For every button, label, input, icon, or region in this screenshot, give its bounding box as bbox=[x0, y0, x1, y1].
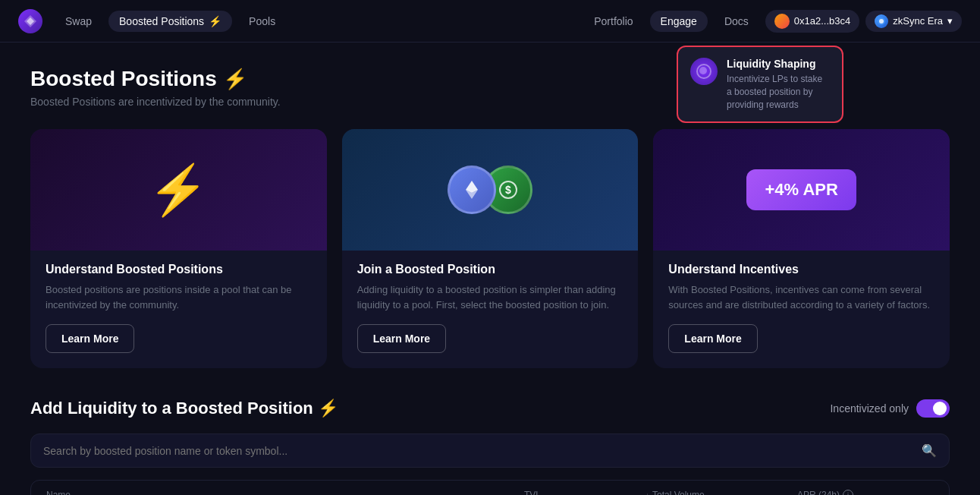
section-title: Add Liquidity to a Boosted Position ⚡ bbox=[30, 399, 338, 418]
add-liquidity-section: Add Liquidity to a Boosted Position ⚡ In… bbox=[30, 399, 950, 495]
network-button[interactable]: zkSync Era ▾ bbox=[865, 11, 962, 32]
lightning-bolt-icon: ⚡ bbox=[148, 162, 209, 219]
cards-row: ⚡ Understand Boosted Positions Boosted p… bbox=[30, 129, 950, 368]
nav-right-section: Portfolio Engage Docs 0x1a2...b3c4 zkSyn… bbox=[583, 10, 962, 33]
section-header: Add Liquidity to a Boosted Position ⚡ In… bbox=[30, 399, 950, 418]
bolt-icon: ⚡ bbox=[209, 15, 221, 27]
svg-text:$: $ bbox=[505, 184, 511, 196]
search-input[interactable] bbox=[43, 445, 914, 457]
apr-badge: +4% APR bbox=[746, 169, 856, 210]
apr-info-icon[interactable]: i bbox=[843, 490, 853, 495]
nav-swap[interactable]: Swap bbox=[55, 11, 102, 32]
tooltip-orb-icon bbox=[690, 58, 718, 85]
chevron-down-icon: ▾ bbox=[947, 15, 953, 27]
learn-more-button-understand[interactable]: Learn More bbox=[46, 324, 134, 353]
search-icon: 🔍 bbox=[922, 443, 937, 458]
card-image-coins: $ bbox=[342, 129, 639, 251]
svg-point-3 bbox=[879, 19, 884, 24]
network-logo-icon bbox=[875, 14, 888, 28]
eth-coin-icon bbox=[448, 166, 496, 214]
engage-button[interactable]: Engage bbox=[650, 11, 708, 32]
wallet-avatar-icon bbox=[774, 14, 790, 29]
table-header: Name TVL ↓ Total Volume APR (24h) i bbox=[30, 480, 950, 495]
toggle-label: Incentivized only bbox=[830, 402, 909, 415]
incentivized-toggle[interactable] bbox=[916, 399, 950, 418]
network-label: zkSync Era bbox=[893, 15, 943, 27]
nav-boosted-positions[interactable]: Boosted Positions ⚡ bbox=[108, 11, 232, 32]
learn-more-button-join[interactable]: Learn More bbox=[357, 324, 446, 353]
card-image-apr: +4% APR bbox=[653, 129, 950, 251]
wallet-address: 0x1a2...b3c4 bbox=[794, 15, 850, 27]
card-desc-incentives: With Boosted Positions, incentives can c… bbox=[668, 282, 934, 312]
search-bar: 🔍 bbox=[30, 434, 950, 468]
table-col-tvl: TVL bbox=[524, 490, 645, 495]
toggle-row: Incentivized only bbox=[830, 399, 950, 418]
section-bolt-icon: ⚡ bbox=[318, 399, 338, 418]
table-col-total-volume[interactable]: ↓ Total Volume bbox=[645, 490, 797, 495]
understand-boosted-card: ⚡ Understand Boosted Positions Boosted p… bbox=[30, 129, 327, 368]
liquidity-shaping-tooltip: Liquidity Shaping Incentivize LPs to sta… bbox=[677, 46, 843, 123]
tooltip-description: Incentivize LPs to stake a boosted posit… bbox=[727, 73, 830, 111]
card-title-incentives: Understand Incentives bbox=[668, 263, 934, 276]
nav-pools[interactable]: Pools bbox=[238, 11, 286, 32]
sort-down-icon: ↓ bbox=[645, 491, 649, 496]
coin-pair-icon: $ bbox=[448, 166, 532, 214]
table-col-apr: APR (24h) i bbox=[797, 490, 934, 495]
card-body-incentives: Understand Incentives With Boosted Posit… bbox=[653, 251, 950, 368]
table-col-name: Name bbox=[46, 490, 524, 495]
tooltip-content: Liquidity Shaping Incentivize LPs to sta… bbox=[727, 58, 830, 111]
page-title-bolt-icon: ⚡ bbox=[223, 68, 247, 91]
join-boosted-card: $ Join a Boosted Position Adding liquidi… bbox=[342, 129, 639, 368]
card-title-join: Join a Boosted Position bbox=[357, 263, 623, 276]
card-image-lightning: ⚡ bbox=[30, 129, 327, 251]
card-desc-understand: Boosted positions are positions inside a… bbox=[46, 282, 312, 312]
card-title-understand: Understand Boosted Positions bbox=[46, 263, 312, 276]
navbar: Swap Boosted Positions ⚡ Pools Portfolio… bbox=[0, 0, 980, 43]
tooltip-title: Liquidity Shaping bbox=[727, 58, 830, 70]
card-body-understand: Understand Boosted Positions Boosted pos… bbox=[30, 251, 327, 368]
portfolio-button[interactable]: Portfolio bbox=[583, 11, 643, 32]
card-desc-join: Adding liquidity to a boosted position i… bbox=[357, 282, 623, 312]
docs-button[interactable]: Docs bbox=[714, 11, 759, 32]
learn-more-button-incentives[interactable]: Learn More bbox=[668, 324, 757, 353]
understand-incentives-card: +4% APR Understand Incentives With Boost… bbox=[653, 129, 950, 368]
toggle-knob bbox=[933, 402, 947, 415]
card-body-join: Join a Boosted Position Adding liquidity… bbox=[342, 251, 639, 368]
wallet-button[interactable]: 0x1a2...b3c4 bbox=[765, 10, 859, 33]
app-logo[interactable] bbox=[18, 9, 42, 33]
